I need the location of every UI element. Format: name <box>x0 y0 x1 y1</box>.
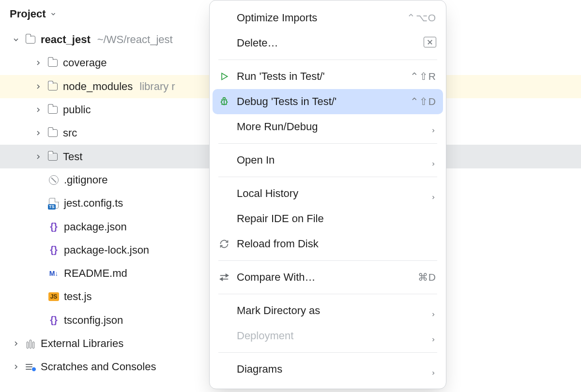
menu-deployment[interactable]: • Deployment <box>210 323 446 348</box>
submenu-chevron-icon <box>430 157 436 163</box>
menu-shortcut: ⌃⌥O <box>407 12 436 24</box>
menu-shortcut: ⌃⇧R <box>410 71 436 82</box>
menu-debug-tests[interactable]: Debug 'Tests in Test/' ⌃⇧D <box>213 89 443 114</box>
library-icon <box>25 338 36 349</box>
scratches-icon <box>25 362 36 372</box>
folder-icon <box>25 34 36 45</box>
menu-item-label: Mark Directory as <box>237 304 424 317</box>
tree-item-label: jest.config.ts <box>64 197 123 210</box>
menu-item-label: Optimize Imports <box>237 12 400 24</box>
tree-item-label: public <box>63 104 91 116</box>
menu-run-tests[interactable]: Run 'Tests in Test/' ⌃⇧R <box>210 64 446 89</box>
debug-icon <box>218 96 230 107</box>
json-file-icon: {} <box>48 222 59 232</box>
folder-icon <box>47 151 58 162</box>
menu-separator <box>218 177 437 177</box>
folder-icon <box>47 105 58 115</box>
menu-item-label: More Run/Debug <box>237 121 424 133</box>
tree-item-label: test.js <box>64 290 92 303</box>
chevron-right-icon <box>34 152 43 161</box>
submenu-chevron-icon <box>430 124 436 130</box>
tree-item-label: External Libraries <box>41 337 123 350</box>
menu-separator <box>218 143 437 144</box>
typescript-file-icon: TS <box>48 198 59 209</box>
chevron-right-icon <box>34 129 43 137</box>
tree-item-label: src <box>63 127 77 139</box>
svg-marker-10 <box>226 274 229 277</box>
menu-shortcut: ⌃⇧D <box>410 96 436 107</box>
menu-diagrams[interactable]: • Diagrams <box>210 357 446 382</box>
menu-item-label: Deployment <box>237 330 424 342</box>
tree-item-label: coverage <box>63 57 107 69</box>
json-file-icon: {} <box>48 315 59 326</box>
tree-item-label: .gitignore <box>64 174 108 186</box>
svg-line-7 <box>222 104 223 105</box>
chevron-right-icon <box>12 339 20 348</box>
json-file-icon: {} <box>48 245 59 256</box>
delete-icon <box>424 37 436 50</box>
tree-item-label: README.md <box>64 267 127 280</box>
menu-more-run-debug[interactable]: • More Run/Debug <box>210 114 446 139</box>
tree-item-label: package.json <box>64 221 127 233</box>
svg-marker-0 <box>222 73 228 79</box>
tree-root-label: react_jest <box>41 33 91 46</box>
folder-icon <box>47 58 58 68</box>
tree-item-label: tsconfig.json <box>64 314 123 327</box>
menu-delete[interactable]: • Delete… <box>210 30 446 56</box>
submenu-chevron-icon <box>430 333 436 339</box>
run-icon <box>218 71 230 82</box>
folder-icon <box>47 128 58 138</box>
menu-mark-directory-as[interactable]: • Mark Directory as <box>210 298 446 323</box>
svg-line-6 <box>226 99 227 100</box>
javascript-file-icon: JS <box>48 291 59 302</box>
folder-icon <box>47 81 58 92</box>
reload-icon <box>218 238 230 250</box>
menu-item-label: Run 'Tests in Test/' <box>237 70 403 83</box>
chevron-down-icon <box>12 35 20 44</box>
menu-item-label: Reload from Disk <box>237 238 436 250</box>
submenu-chevron-icon <box>430 308 436 314</box>
tree-item-label: node_modules <box>63 80 133 93</box>
tree-item-hint: library r <box>139 80 175 93</box>
chevron-right-icon <box>34 82 43 91</box>
menu-item-label: Repair IDE on File <box>237 212 436 225</box>
menu-reload-from-disk[interactable]: Reload from Disk <box>210 231 446 256</box>
menu-local-history[interactable]: • Local History <box>210 181 446 206</box>
menu-separator <box>218 260 437 261</box>
tree-item-label: package-lock.json <box>64 244 149 256</box>
menu-item-label: Diagrams <box>237 363 424 376</box>
menu-separator <box>218 352 437 353</box>
menu-item-label: Local History <box>237 187 424 200</box>
menu-item-label: Debug 'Tests in Test/' <box>237 95 403 108</box>
menu-repair-ide[interactable]: • Repair IDE on File <box>210 206 446 231</box>
menu-compare-with[interactable]: Compare With… ⌘D <box>210 265 446 290</box>
svg-line-5 <box>222 99 223 100</box>
submenu-chevron-icon <box>430 366 436 372</box>
svg-marker-12 <box>220 278 223 281</box>
chevron-right-icon <box>34 106 43 114</box>
menu-optimize-imports[interactable]: • Optimize Imports ⌃⌥O <box>210 5 446 30</box>
tree-item-label: Test <box>63 151 82 163</box>
menu-separator <box>218 60 437 60</box>
project-title: Project <box>10 8 46 20</box>
menu-separator <box>218 294 437 294</box>
tree-item-label: Scratches and Consoles <box>41 361 156 373</box>
svg-line-8 <box>226 104 227 105</box>
chevron-right-icon <box>12 362 20 371</box>
context-menu: • Optimize Imports ⌃⌥O • Delete… Run 'Te… <box>209 0 446 389</box>
compare-icon <box>218 271 230 283</box>
tree-root-path: ~/WS/react_jest <box>97 33 173 46</box>
menu-item-label: Delete… <box>237 37 417 49</box>
chevron-down-icon <box>50 11 57 17</box>
ignore-icon <box>48 175 59 185</box>
menu-shortcut: ⌘D <box>418 271 436 283</box>
markdown-file-icon: M↓ <box>48 268 59 279</box>
menu-item-label: Open In <box>237 154 424 166</box>
submenu-chevron-icon <box>430 191 436 196</box>
menu-item-label: Compare With… <box>237 271 411 284</box>
chevron-right-icon <box>34 59 43 67</box>
menu-open-in[interactable]: • Open In <box>210 148 446 173</box>
